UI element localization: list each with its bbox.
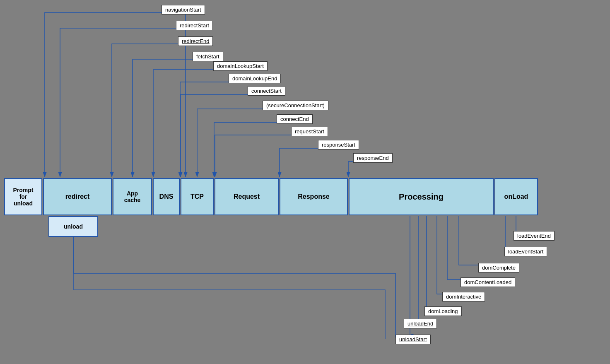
- phase-redirect: redirect: [43, 178, 112, 215]
- milestone-navigationStart: navigationStart: [162, 5, 205, 14]
- milestone-unloadEnd: unloadEnd: [404, 319, 437, 328]
- milestone-domContentLoaded: domContentLoaded: [461, 277, 515, 287]
- milestone-responseStart: responseStart: [318, 140, 359, 149]
- milestone-responseEnd: responseEnd: [353, 153, 393, 163]
- milestone-domInteractive: domInteractive: [442, 292, 485, 301]
- milestone-domLoading: domLoading: [424, 306, 462, 316]
- milestone-domainLookupEnd: domainLookupEnd: [229, 74, 281, 83]
- diagram-container: navigationStart redirectStart redirectEn…: [0, 0, 610, 364]
- milestone-requestStart: requestStart: [291, 127, 328, 136]
- milestone-connectStart: connectStart: [248, 86, 285, 96]
- phase-request: Request: [215, 178, 279, 215]
- milestone-redirectEnd: redirectEnd: [178, 36, 213, 46]
- milestone-domComplete: domComplete: [478, 263, 519, 272]
- phase-onload: onLoad: [494, 178, 538, 215]
- phase-appcache: App cache: [113, 178, 152, 215]
- phase-processing: Processing: [349, 178, 494, 215]
- milestone-connectEnd: connectEnd: [277, 114, 313, 124]
- milestone-domainLookupStart: domainLookupStart: [213, 61, 268, 71]
- milestone-redirectStart: redirectStart: [176, 21, 213, 30]
- milestone-secureConnectionStart: (secureConnectionStart): [263, 101, 328, 110]
- phase-dns: DNS: [153, 178, 180, 215]
- milestone-fetchStart: fetchStart: [193, 52, 223, 61]
- phase-prompt: Prompt for unload: [4, 178, 42, 215]
- milestone-unloadStart: unloadStart: [395, 335, 431, 344]
- phase-tcp: TCP: [181, 178, 214, 215]
- milestone-loadEventStart: loadEventStart: [504, 247, 547, 256]
- phase-unload: unload: [48, 216, 98, 237]
- milestone-loadEventEnd: loadEventEnd: [514, 231, 555, 241]
- phase-response: Response: [280, 178, 348, 215]
